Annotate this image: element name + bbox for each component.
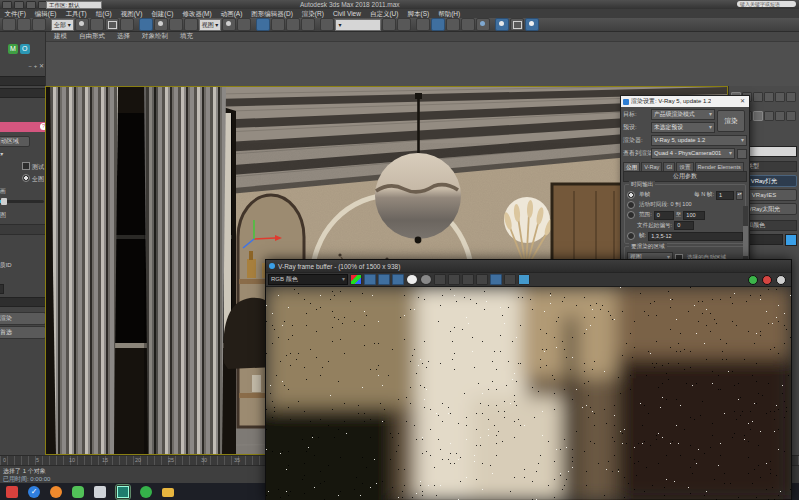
slider-knob[interactable] <box>1 198 7 205</box>
select-link-icon[interactable] <box>2 18 16 31</box>
region-render-icon[interactable] <box>490 274 502 285</box>
window-crossing-icon[interactable] <box>120 18 134 31</box>
motion-tab-icon[interactable] <box>764 92 774 102</box>
menu-views[interactable]: 视图(V) <box>116 9 147 18</box>
workspace-selector[interactable]: 工作区: 默认 <box>46 1 102 9</box>
scrollbar-thumb[interactable] <box>743 226 748 256</box>
preset-dropdown[interactable]: 未选定预设▾ <box>651 122 715 133</box>
spinner-snap-icon[interactable] <box>301 18 315 31</box>
menu-tools[interactable]: 工具(T) <box>61 9 91 18</box>
named-selection-dropdown[interactable]: ▾ <box>335 19 381 31</box>
tab-gi[interactable]: GI <box>663 162 675 171</box>
lights-category-icon[interactable] <box>753 111 763 121</box>
render-last-icon[interactable] <box>748 275 758 285</box>
taskbar-wechat-icon[interactable] <box>72 486 84 498</box>
selection-filter-dropdown[interactable]: 全部 ▾ <box>51 19 74 31</box>
lock-view-icon[interactable] <box>737 149 747 159</box>
hierarchy-tab-icon[interactable] <box>753 92 763 102</box>
reset-auto-region-button[interactable]: 重置自动区域 <box>0 136 30 147</box>
menu-create[interactable]: 创建(C) <box>147 9 178 18</box>
panel-minimize-icon[interactable]: − <box>29 63 33 69</box>
menu-help[interactable]: 帮助(H) <box>434 9 465 18</box>
menu-modifiers[interactable]: 修改器(M) <box>178 9 216 18</box>
ribbon-tab-modeling[interactable]: 建模 <box>49 32 72 41</box>
align-icon[interactable] <box>397 18 411 31</box>
color-corrections-icon[interactable] <box>350 274 362 285</box>
vfb-channel-dropdown[interactable]: RGB 颜色▾ <box>268 274 348 285</box>
open-icon[interactable] <box>14 1 24 9</box>
duplicate-to-host-icon[interactable] <box>462 274 474 285</box>
display-tab-icon[interactable] <box>775 92 785 102</box>
curve-editor-icon[interactable] <box>446 18 460 31</box>
target-dropdown[interactable]: 产品级渲染模式▾ <box>651 109 715 120</box>
mirror-icon[interactable] <box>382 18 396 31</box>
alpha-channel-icon[interactable] <box>406 274 418 285</box>
selection-region-icon[interactable] <box>105 18 119 31</box>
select-and-scale-icon[interactable] <box>169 18 183 31</box>
render-button[interactable]: 渲染 <box>717 110 745 132</box>
menu-animation[interactable]: 动画(A) <box>216 9 247 18</box>
ribbon-tab-freeform[interactable]: 自由形式 <box>74 32 110 41</box>
select-by-name-icon[interactable] <box>90 18 104 31</box>
full-image-radio[interactable] <box>22 174 30 182</box>
range-from-input[interactable]: 0 <box>654 211 674 220</box>
render-setup-icon[interactable] <box>495 18 509 31</box>
select-and-place-icon[interactable] <box>184 18 198 31</box>
panel-field-top2[interactable] <box>0 88 46 98</box>
render-pref-button[interactable]: 渲染首选 <box>0 326 46 339</box>
frames-radio[interactable] <box>627 232 635 240</box>
ribbon-tab-populate[interactable]: 填充 <box>175 32 198 41</box>
spinner-icon[interactable]: ▴▾ <box>736 191 743 200</box>
utilities-tab-icon[interactable] <box>786 92 796 102</box>
final-render-button[interactable]: 正式渲染 <box>0 312 46 325</box>
clear-image-icon[interactable] <box>448 274 460 285</box>
tab-common[interactable]: 公用 <box>623 162 640 171</box>
panel-maximize-icon[interactable]: + <box>34 63 38 69</box>
schematic-view-icon[interactable] <box>461 18 475 31</box>
select-and-move-icon[interactable] <box>139 18 153 31</box>
select-manipulate-icon[interactable] <box>237 18 251 31</box>
test-checkbox[interactable] <box>22 162 30 170</box>
blue-channel-icon[interactable] <box>392 274 404 285</box>
ribbon-tab-selection[interactable]: 选择 <box>112 32 135 41</box>
dialog-close-icon[interactable]: ✕ <box>738 96 747 107</box>
help-search-input[interactable]: 键入关键字或短语 <box>737 1 796 7</box>
output-settings-header[interactable]: 输出设置 <box>0 224 46 235</box>
taskbar-check-app-icon[interactable]: ✓ <box>28 486 40 498</box>
select-and-rotate-icon[interactable] <box>154 18 168 31</box>
menu-edit[interactable]: 编辑(E) <box>30 9 61 18</box>
range-radio[interactable] <box>627 211 635 219</box>
green-channel-icon[interactable] <box>378 274 390 285</box>
ribbon-tab-object-paint[interactable]: 对象绘制 <box>137 32 173 41</box>
menu-scripting[interactable]: 脚本(S) <box>403 9 434 18</box>
compare-ab-icon[interactable] <box>504 274 516 285</box>
red-channel-icon[interactable] <box>364 274 376 285</box>
menu-rendering[interactable]: 渲染(R) <box>297 9 328 18</box>
new-icon[interactable] <box>2 1 12 9</box>
use-pivot-center-icon[interactable] <box>222 18 236 31</box>
lens-effects-icon[interactable] <box>518 274 530 285</box>
angle-snap-icon[interactable] <box>271 18 285 31</box>
material-editor-icon[interactable] <box>476 18 490 31</box>
single-frame-radio[interactable] <box>627 191 635 199</box>
vfb-titlebar[interactable]: V-Ray frame buffer - (100% of 1500 x 938… <box>266 260 791 272</box>
taskbar-folder-icon[interactable] <box>162 488 174 497</box>
menu-file[interactable]: 文件(F) <box>0 9 30 18</box>
active-segment-radio[interactable] <box>627 201 635 209</box>
percent-snap-icon[interactable] <box>286 18 300 31</box>
taskbar-orange-app-icon[interactable] <box>50 486 62 498</box>
taskbar-green-app-icon[interactable] <box>140 486 152 498</box>
track-mouse-icon[interactable] <box>476 274 488 285</box>
file-number-base-input[interactable]: 0 <box>674 221 694 230</box>
edit-named-selection-icon[interactable] <box>320 18 334 31</box>
menu-civil-view[interactable]: Civil View <box>328 9 365 18</box>
maxscript-badge-icon[interactable]: M <box>8 44 18 54</box>
tab-settings[interactable]: 设置 <box>676 162 693 171</box>
taskbar-3dsmax-icon[interactable] <box>116 485 130 499</box>
vray-frame-buffer-window[interactable]: V-Ray frame buffer - (100% of 1500 x 938… <box>265 259 792 500</box>
panel-field-top[interactable] <box>0 76 46 86</box>
object-color-swatch[interactable] <box>785 234 797 246</box>
view-to-render-dropdown[interactable]: Quad 4 - PhysCamera001▾ <box>651 148 735 159</box>
menu-customize[interactable]: 自定义(U) <box>365 9 403 18</box>
menu-group[interactable]: 组(G) <box>91 9 116 18</box>
